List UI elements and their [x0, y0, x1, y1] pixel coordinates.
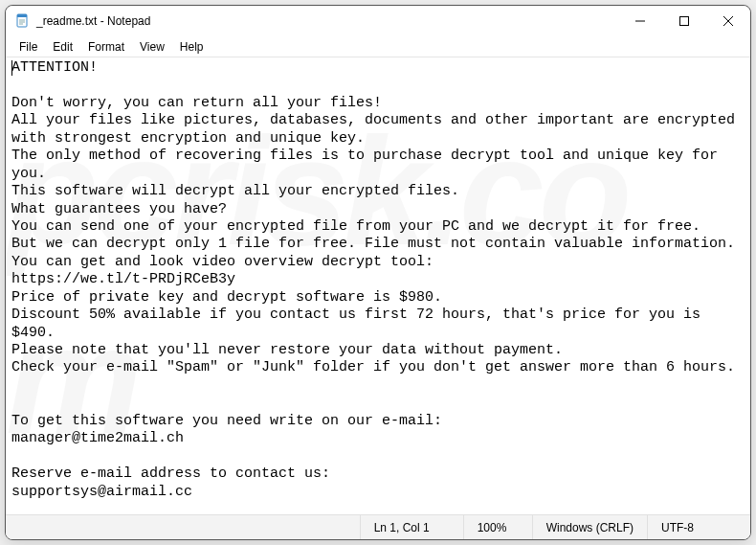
menu-edit[interactable]: Edit [45, 38, 80, 56]
minimize-button[interactable] [618, 6, 662, 36]
menubar: File Edit Format View Help [6, 36, 750, 57]
close-button[interactable] [706, 6, 750, 36]
document-text: ATTENTION! Don't worry, you can return a… [11, 59, 744, 514]
menu-help[interactable]: Help [172, 38, 211, 56]
maximize-button[interactable] [662, 6, 706, 36]
svg-rect-6 [680, 17, 689, 26]
status-line-ending: Windows (CRLF) [532, 515, 647, 539]
status-encoding: UTF-8 [647, 515, 750, 539]
notepad-icon [15, 13, 31, 29]
notepad-window: _readme.txt - Notepad File Edit Format V… [5, 5, 751, 540]
menu-file[interactable]: File [11, 38, 45, 56]
text-editor[interactable]: ATTENTION! Don't worry, you can return a… [6, 57, 750, 514]
titlebar[interactable]: _readme.txt - Notepad [6, 6, 750, 36]
status-spacer [6, 515, 360, 539]
menu-view[interactable]: View [132, 38, 172, 56]
status-zoom[interactable]: 100% [463, 515, 532, 539]
statusbar: Ln 1, Col 1 100% Windows (CRLF) UTF-8 [6, 514, 750, 539]
status-cursor-position: Ln 1, Col 1 [360, 515, 463, 539]
menu-format[interactable]: Format [80, 38, 132, 56]
svg-rect-1 [17, 14, 27, 17]
window-title: _readme.txt - Notepad [36, 14, 618, 28]
